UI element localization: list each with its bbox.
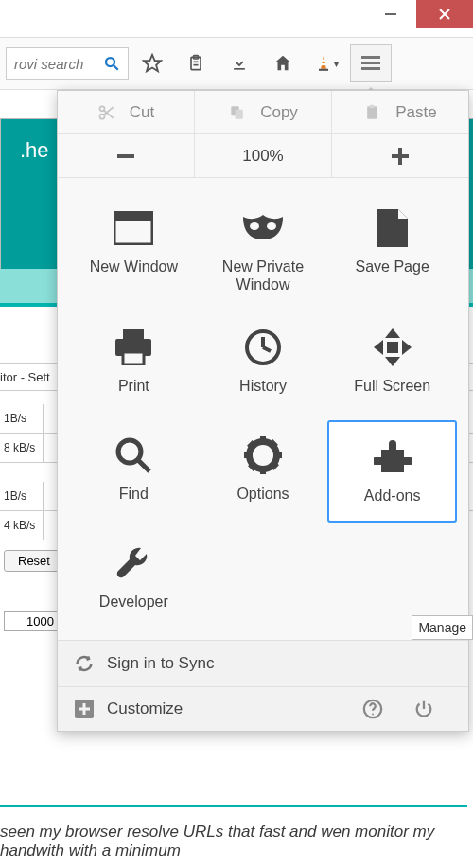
stat-cell: 8 kB/s [0,434,44,462]
sync-icon [75,654,94,673]
stat-cell: 4 kB/s [0,511,44,540]
svg-rect-49 [244,452,252,458]
svg-line-45 [138,460,149,471]
main-menu-panel: Cut Copy Paste 100% New Window New [57,90,469,732]
svg-point-32 [267,222,276,230]
paste-icon [363,103,382,122]
label: Find [119,485,149,503]
new-private-window-button[interactable]: New Private Window [199,193,328,307]
svg-rect-35 [123,352,144,365]
printer-icon [114,326,153,369]
svg-marker-5 [144,55,161,71]
close-button[interactable] [416,0,473,28]
svg-rect-26 [117,154,134,158]
svg-rect-23 [236,109,243,118]
hamburger-menu-button[interactable] [350,44,392,82]
gear-icon [244,434,282,477]
home-icon[interactable] [263,44,303,82]
svg-line-4 [114,65,118,70]
svg-point-44 [118,440,141,463]
svg-point-31 [250,222,259,230]
zoom-row: 100% [58,134,468,178]
svg-point-46 [256,449,270,462]
svg-rect-14 [319,69,328,71]
svg-rect-39 [387,342,398,353]
svg-rect-13 [321,63,326,65]
customize-button[interactable]: Customize [107,700,183,718]
window-icon [114,206,153,250]
copy-button[interactable]: Copy [195,91,332,133]
scissors-icon [97,103,116,122]
svg-rect-47 [260,436,266,444]
download-icon[interactable] [219,44,259,82]
svg-rect-50 [274,452,282,458]
sign-in-label: Sign in to Sync [107,654,214,673]
search-box[interactable] [6,47,129,80]
options-button[interactable]: Options [199,420,328,523]
label: Print [118,377,149,395]
wrench-icon [114,541,152,585]
svg-rect-16 [361,62,380,64]
svg-marker-40 [374,340,383,355]
zoom-level: 100% [195,134,332,177]
testimonial-text: seen my browser resolve URLs that fast a… [0,805,467,860]
content-area: .he itor - Sett 1B/s 8 kB/s 1B/s 4 kB/s … [0,90,473,868]
label: New Private Window [202,257,324,293]
svg-rect-30 [114,212,152,221]
minimize-button[interactable] [364,0,416,28]
label: Add-ons [364,487,421,505]
edit-row: Cut Copy Paste [58,91,468,134]
search-input[interactable] [14,56,103,72]
svg-rect-48 [260,467,266,474]
svg-point-59 [372,714,374,716]
bookmark-star-icon[interactable] [132,44,172,82]
svg-rect-12 [321,60,324,62]
paste-button[interactable]: Paste [332,91,468,133]
developer-button[interactable]: Developer [69,528,199,630]
svg-marker-42 [385,328,400,338]
svg-marker-11 [321,55,326,68]
clipboard-icon[interactable] [176,44,216,82]
save-page-button[interactable]: Save Page [327,193,457,307]
svg-point-3 [106,58,114,66]
menu-footer: Customize [58,686,468,731]
print-button[interactable]: Print [69,312,199,415]
page-icon [377,206,408,250]
addons-tooltip: Manage [412,615,473,640]
history-button[interactable]: History [199,312,328,415]
window-titlebar [0,0,473,38]
vlc-cone-icon[interactable]: ▾ [307,44,346,82]
zoom-out-button[interactable] [58,134,195,177]
help-button[interactable] [362,699,400,719]
paste-label: Paste [395,103,436,122]
label: Full Screen [354,377,430,395]
stat-cell: 1B/s [0,404,44,433]
svg-rect-10 [234,68,245,70]
label: Developer [99,593,168,611]
fullscreen-button[interactable]: Full Screen [327,312,457,415]
svg-rect-24 [367,106,377,118]
reset-button[interactable]: Reset [4,550,64,572]
svg-rect-28 [392,154,409,158]
svg-rect-25 [370,104,375,107]
zoom-in-button[interactable] [332,134,468,177]
svg-line-38 [263,347,271,351]
svg-rect-15 [361,56,380,59]
svg-rect-17 [361,67,380,70]
cut-label: Cut [130,103,154,122]
svg-marker-43 [385,357,400,366]
value-input[interactable]: 1000 [4,611,61,631]
svg-marker-41 [402,340,412,355]
addons-button[interactable]: Add-ons [327,420,457,523]
copy-label: Copy [260,103,298,122]
plus-box-icon [75,700,94,718]
power-quit-button[interactable] [413,699,451,719]
new-window-button[interactable]: New Window [69,193,199,307]
fullscreen-icon [374,326,412,369]
label: Save Page [356,257,429,275]
search-icon[interactable] [103,55,120,72]
sign-in-sync-button[interactable]: Sign in to Sync [58,640,468,686]
puzzle-icon [374,435,412,479]
cut-button[interactable]: Cut [58,91,195,133]
find-button[interactable]: Find [69,420,199,523]
